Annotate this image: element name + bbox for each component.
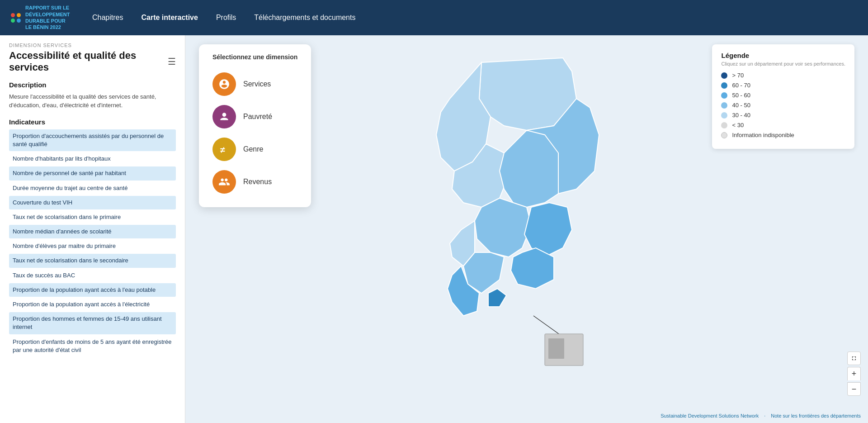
expand-button[interactable] xyxy=(847,352,861,365)
sdsn-link[interactable]: Sustainable Development Solutions Networ… xyxy=(660,413,759,418)
legend-color-lt30 xyxy=(721,122,727,128)
indicator-item[interactable]: Proportion d'accouchements assistés par … xyxy=(9,129,176,151)
genre-icon: ≠ xyxy=(212,138,236,161)
legend-color-60-70 xyxy=(721,82,727,89)
indicator-item[interactable]: Couverture du test VIH xyxy=(9,196,176,209)
main-layout: DIMENSION SERVICES Accessibilité et qual… xyxy=(0,35,868,423)
logo: RAPPORT SUR LE DÉVELOPPEMENT DURABLE POU… xyxy=(11,5,74,30)
map-area[interactable]: Sélectionnez une dimension Services Pauv… xyxy=(185,35,868,423)
mini-map-inner xyxy=(548,338,564,359)
services-icon xyxy=(212,72,236,96)
indicators-list: Proportion d'accouchements assistés par … xyxy=(9,129,176,357)
legend-title: Légende xyxy=(721,52,845,59)
legend-color-30-40 xyxy=(721,112,727,119)
indicator-item[interactable]: Proportion de la population ayant accès … xyxy=(9,283,176,297)
svg-point-0 xyxy=(223,118,225,120)
indicator-item[interactable]: Proportion de la population ayant accès … xyxy=(9,298,176,311)
indicators-section-title: Indicateurs xyxy=(9,118,176,126)
indicator-item[interactable]: Nombre de personnel de santé par habitan… xyxy=(9,166,176,180)
logo-dot-green xyxy=(11,19,15,23)
legend-color-50-60 xyxy=(721,92,727,99)
border-note-link[interactable]: Note sur les frontières des départements xyxy=(771,413,861,418)
hamburger-icon[interactable]: ☰ xyxy=(168,56,176,67)
legend-color-na xyxy=(721,132,727,138)
legend-color-40-50 xyxy=(721,102,727,109)
logo-line1: RAPPORT SUR LE xyxy=(25,5,70,11)
genre-label: Genre xyxy=(243,145,263,153)
zoom-in-button[interactable]: + xyxy=(847,367,861,380)
sidebar-title: Accessibilité et qualité des services xyxy=(9,50,168,74)
pauvrete-icon xyxy=(212,105,236,128)
indicator-item[interactable]: Durée moyenne du trajet au centre de san… xyxy=(9,181,176,195)
logo-dot-red xyxy=(11,13,15,17)
legend-item-50-60: 50 - 60 xyxy=(721,92,845,99)
legend-label-70plus: > 70 xyxy=(732,72,744,79)
indicator-item[interactable]: Nombre d'habitants par lits d'hopitaux xyxy=(9,152,176,166)
dimension-revenus[interactable]: Revenus xyxy=(212,166,297,198)
sidebar-title-row: Accessibilité et qualité des services ☰ xyxy=(9,50,176,74)
indicator-item[interactable]: Taux net de scolarisation dans le second… xyxy=(9,254,176,267)
nav-carte-interactive[interactable]: Carte interactive xyxy=(141,14,198,22)
indicator-item[interactable]: Proportion des hommes et femmes de 15-49… xyxy=(9,312,176,334)
footer-separator: · xyxy=(764,413,765,418)
legend-item-na: Information indisponible xyxy=(721,132,845,138)
pauvrete-label: Pauvreté xyxy=(243,113,272,121)
indicator-item[interactable]: Proportion d'enfants de moins de 5 ans a… xyxy=(9,335,176,357)
indicator-item[interactable]: Nombre médian d'années de scolarité xyxy=(9,225,176,238)
legend-item-60-70: 60 - 70 xyxy=(721,82,845,89)
nav-profils[interactable]: Profils xyxy=(216,14,236,22)
logo-line4: LE BÉNIN 2022 xyxy=(25,24,70,30)
legend-item-lt30: < 30 xyxy=(721,122,845,128)
dimension-selector-title: Sélectionnez une dimension xyxy=(212,53,297,61)
map-controls-group: + − xyxy=(847,352,861,396)
legend-label-na: Information indisponible xyxy=(732,132,794,138)
dimension-services[interactable]: Services xyxy=(212,68,297,100)
revenus-label: Revenus xyxy=(243,178,272,186)
logo-line3: DURABLE POUR xyxy=(25,18,70,24)
zoom-out-button[interactable]: − xyxy=(847,382,861,396)
legend-item-40-50: 40 - 50 xyxy=(721,102,845,109)
sidebar-description: Mesure l'accessibilité et la qualité des… xyxy=(9,92,176,110)
indicator-item[interactable]: Taux de succès au BAC xyxy=(9,269,176,282)
legend-label-40-50: 40 - 50 xyxy=(732,102,750,109)
revenus-icon xyxy=(212,170,236,194)
logo-text: RAPPORT SUR LE DÉVELOPPEMENT DURABLE POU… xyxy=(25,5,70,30)
dimension-pauvrete[interactable]: Pauvreté xyxy=(212,100,297,133)
logo-dots xyxy=(11,13,21,23)
navbar: RAPPORT SUR LE DÉVELOPPEMENT DURABLE POU… xyxy=(0,0,868,35)
legend-label-50-60: 50 - 60 xyxy=(732,92,750,99)
logo-dot-blue xyxy=(17,19,21,23)
logo-line2: DÉVELOPPEMENT xyxy=(25,11,70,18)
map-footer: Sustainable Development Solutions Networ… xyxy=(660,413,861,418)
nav-telechargements[interactable]: Téléchargements et documents xyxy=(254,14,355,22)
dimension-selector: Sélectionnez une dimension Services Pauv… xyxy=(199,44,311,207)
legend-label-60-70: 60 - 70 xyxy=(732,82,750,89)
nav-chapitres[interactable]: Chapitres xyxy=(92,14,123,22)
services-label: Services xyxy=(243,80,271,88)
legend-item-30-40: 30 - 40 xyxy=(721,112,845,119)
logo-dot-orange xyxy=(17,13,21,17)
svg-text:≠: ≠ xyxy=(220,145,225,155)
sidebar: DIMENSION SERVICES Accessibilité et qual… xyxy=(0,35,185,423)
description-section-title: Description xyxy=(9,81,176,89)
nav-links: Chapitres Carte interactive Profils Télé… xyxy=(92,14,355,22)
legend-item-70plus: > 70 xyxy=(721,72,845,79)
legend-label-lt30: < 30 xyxy=(732,122,744,128)
dimension-genre[interactable]: ≠ Genre xyxy=(212,133,297,166)
indicator-item[interactable]: Taux net de scolarisation dans le primai… xyxy=(9,210,176,224)
legend-color-70plus xyxy=(721,72,727,79)
dimension-label: DIMENSION SERVICES xyxy=(9,43,176,48)
indicator-item[interactable]: Nombre d'élèves par maitre du primaire xyxy=(9,239,176,253)
legend: Légende Cliquez sur un département pour … xyxy=(712,44,854,149)
legend-label-30-40: 30 - 40 xyxy=(732,112,750,119)
legend-subtitle: Cliquez sur un département pour voir ses… xyxy=(721,61,845,67)
